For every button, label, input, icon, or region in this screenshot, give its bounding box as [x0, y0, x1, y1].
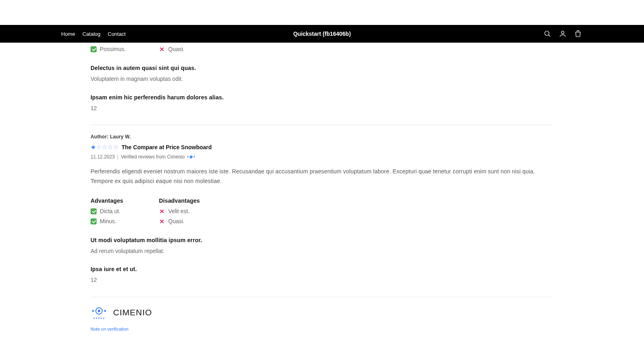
nav-contact[interactable]: Contact: [108, 31, 126, 37]
note-on-verification-link[interactable]: Note on verification: [91, 327, 128, 331]
check-icon: [91, 208, 97, 214]
disadvantage-item: ✕ Velit est.: [159, 206, 203, 216]
disadvantage-text: Quasi.: [168, 44, 184, 54]
review-body-text: Perferendis eligendi eveniet nostrum mai…: [91, 167, 553, 186]
review-date: 11.12.2023: [91, 154, 115, 160]
review-answer: 12: [91, 276, 553, 284]
disadvantage-item: ✕ Quasi.: [159, 44, 203, 54]
star-empty-icon: ☆: [107, 144, 113, 151]
account-icon[interactable]: [558, 29, 568, 39]
svg-point-0: [545, 31, 549, 35]
author-name: Laury W.: [110, 134, 131, 140]
review-question: Ipsa iure et et ut.: [91, 266, 553, 272]
check-icon: [91, 46, 97, 52]
verified-badge-icon: ▪◉▪: [187, 154, 196, 159]
x-icon: ✕: [159, 218, 165, 224]
advantage-item: Possimus.: [91, 44, 135, 54]
advantage-text: Dicta ut.: [100, 206, 120, 216]
content-area: Possimus. ✕ Quasi. Delectus in autem qua…: [91, 44, 553, 348]
advantages-heading: Advantages: [91, 197, 135, 204]
disadvantage-text: Quasi.: [168, 216, 184, 226]
cart-icon[interactable]: [573, 29, 583, 39]
advantages-col: Advantages Dicta ut. Minus.: [91, 197, 135, 226]
svg-point-2: [561, 31, 564, 34]
disadvantage-text: Velit est.: [168, 206, 190, 216]
cimenio-badge-icon: ★★★★★: [91, 306, 107, 319]
star-filled-icon: ★: [91, 144, 96, 151]
cimenio-brand-text: CIMENIO: [113, 308, 152, 317]
nav-catalog[interactable]: Catalog: [83, 31, 101, 37]
verified-text: Verified reviews from Cimenio: [121, 154, 185, 160]
author-label: Author:: [91, 134, 110, 140]
review-title-row: ★ ☆ ☆ ☆ ☆ The Compare at Price Snowboard: [91, 144, 553, 151]
dis-col: ✕ Quasi.: [159, 44, 203, 54]
disadvantage-item: ✕ Quasi.: [159, 216, 203, 226]
review-meta: 11.12.2023 | Verified reviews from Cimen…: [91, 154, 553, 160]
prev-review-adv-dis: Possimus. ✕ Quasi.: [91, 44, 553, 54]
nav-links: Home Catalog Contact: [61, 31, 126, 37]
advantage-item: Minus.: [91, 216, 135, 226]
advantage-text: Possimus.: [100, 44, 126, 54]
review-question: Delectus in autem quasi sint qui quas.: [91, 65, 553, 71]
author-line: Author: Laury W.: [91, 134, 553, 140]
svg-rect-6: [104, 310, 106, 312]
product-title: The Compare at Price Snowboard: [122, 144, 212, 150]
meta-separator: |: [117, 154, 118, 160]
disadvantages-col: Disadvantages ✕ Velit est. ✕ Quasi.: [159, 197, 203, 226]
star-rating: ★ ☆ ☆ ☆ ☆: [91, 144, 118, 151]
review-divider: [91, 297, 553, 297]
svg-point-4: [98, 310, 100, 312]
svg-line-1: [549, 35, 550, 37]
x-icon: ✕: [159, 208, 165, 214]
review-answer: Voluptatem in magnam voluptas odit.: [91, 74, 553, 83]
review-divider: [91, 125, 553, 125]
x-icon: ✕: [159, 46, 165, 52]
review-answer: 12: [91, 104, 553, 113]
badge-stars-icon: ★★★★★: [93, 317, 105, 319]
site-title: Quickstart (fb16406b): [293, 31, 351, 37]
review-answer: Ad rerum voluptatum repellat.: [91, 247, 553, 255]
svg-rect-5: [92, 310, 94, 312]
nav-icons: [543, 29, 583, 39]
star-empty-icon: ☆: [113, 144, 118, 151]
adv-dis-block: Advantages Dicta ut. Minus. Disadvantage…: [91, 197, 553, 226]
search-icon[interactable]: [543, 29, 552, 39]
cimenio-logo: ★★★★★ CIMENIO: [91, 306, 553, 319]
top-spacer: [0, 0, 644, 25]
star-empty-icon: ☆: [102, 144, 107, 151]
star-empty-icon: ☆: [96, 144, 101, 151]
disadvantages-heading: Disadvantages: [159, 197, 203, 204]
review-question: Ipsam enim hic perferendis harum dolores…: [91, 94, 553, 101]
review-question: Ut modi voluptatum mollitia ipsum error.: [91, 237, 553, 243]
adv-col: Possimus.: [91, 44, 135, 54]
advantage-text: Minus.: [100, 216, 116, 226]
nav-home[interactable]: Home: [61, 31, 75, 37]
check-icon: [91, 218, 97, 224]
top-nav: Home Catalog Contact Quickstart (fb16406…: [0, 25, 644, 43]
advantage-item: Dicta ut.: [91, 206, 135, 216]
